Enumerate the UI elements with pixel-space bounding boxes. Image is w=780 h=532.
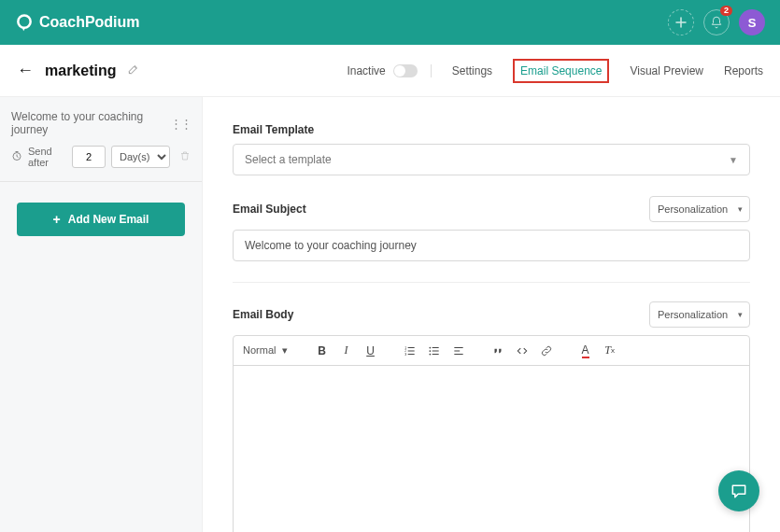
- add-new-email-button[interactable]: + Add New Email: [17, 203, 185, 236]
- format-select[interactable]: Normal ▾: [243, 344, 293, 357]
- plus-icon: +: [53, 212, 61, 227]
- email-item-header: Welcome to your coaching journey ⋮⋮: [11, 110, 191, 136]
- tab-settings[interactable]: Settings: [452, 64, 492, 77]
- email-template-label: Email Template: [233, 123, 750, 136]
- send-after-input[interactable]: [72, 146, 106, 168]
- link-button[interactable]: [536, 341, 557, 361]
- email-subject-section: Email Subject Personalization: [233, 196, 750, 261]
- email-sequence-item[interactable]: Welcome to your coaching journey ⋮⋮ Send…: [0, 110, 202, 182]
- notification-badge: 2: [720, 6, 732, 16]
- help-fab[interactable]: [718, 470, 759, 511]
- tab-reports[interactable]: Reports: [724, 64, 763, 77]
- email-subject-input[interactable]: [233, 230, 750, 261]
- unordered-list-button[interactable]: [424, 341, 445, 361]
- trash-icon: [179, 150, 191, 161]
- clear-format-button[interactable]: Tx: [600, 341, 620, 361]
- clock-icon: [11, 150, 22, 163]
- email-body-section: Email Body Personalization Normal ▾ B I …: [233, 301, 750, 532]
- rich-text-editor: Normal ▾ B I U 123 A Tx: [233, 335, 750, 532]
- svg-point-5: [429, 346, 431, 348]
- subject-header-row: Email Subject Personalization: [233, 196, 750, 222]
- unordered-list-icon: [428, 344, 441, 357]
- email-subject-label: Email Subject: [233, 203, 306, 216]
- text-color-button[interactable]: A: [575, 341, 596, 361]
- notifications-button[interactable]: 2: [703, 9, 730, 35]
- email-body-label: Email Body: [233, 308, 293, 321]
- quote-button[interactable]: [488, 341, 508, 361]
- plus-icon: [675, 17, 687, 28]
- align-icon: [452, 344, 465, 357]
- svg-point-7: [429, 353, 431, 355]
- body-personalization-select[interactable]: Personalization: [649, 301, 750, 328]
- code-icon: [516, 344, 529, 357]
- align-button[interactable]: [448, 341, 469, 361]
- italic-button[interactable]: I: [336, 341, 357, 361]
- brand-name: CoachPodium: [39, 14, 140, 31]
- status-toggle-group: Inactive: [347, 64, 431, 77]
- tab-email-sequence[interactable]: Email Sequence: [513, 59, 609, 83]
- quote-icon: [491, 344, 504, 357]
- send-after-unit-select[interactable]: Day(s): [111, 146, 170, 168]
- status-label: Inactive: [347, 64, 385, 77]
- subject-personalization-wrap: Personalization: [649, 196, 750, 222]
- avatar[interactable]: S: [739, 9, 765, 35]
- content-area: Email Template Select a template ▼ Email…: [203, 97, 780, 532]
- code-button[interactable]: [512, 341, 532, 361]
- link-icon: [540, 344, 553, 357]
- ordered-list-icon: 123: [404, 344, 417, 357]
- add-button[interactable]: [668, 9, 694, 35]
- chat-icon: [730, 482, 748, 500]
- editor-body[interactable]: [234, 366, 749, 532]
- avatar-initial: S: [748, 16, 757, 30]
- pencil-icon: [127, 63, 140, 76]
- top-bar: CoachPodium 2 S: [0, 0, 780, 45]
- editor-toolbar: Normal ▾ B I U 123 A Tx: [234, 336, 749, 366]
- body-personalization-wrap: Personalization: [649, 301, 750, 328]
- bell-icon: [710, 16, 723, 29]
- subject-personalization-select[interactable]: Personalization: [649, 196, 750, 222]
- bold-button[interactable]: B: [312, 341, 333, 361]
- template-placeholder: Select a template: [245, 153, 332, 166]
- sub-header-right: Inactive Settings Email Sequence Visual …: [347, 59, 763, 83]
- edit-title-button[interactable]: [127, 63, 140, 79]
- top-actions: 2 S: [668, 9, 765, 35]
- section-divider: [233, 282, 750, 283]
- brand[interactable]: CoachPodium: [15, 13, 140, 32]
- back-arrow-icon[interactable]: ←: [17, 61, 34, 80]
- sub-header-left: ← marketing: [17, 61, 140, 80]
- send-after-row: Send after Day(s): [11, 146, 191, 168]
- sidebar: Welcome to your coaching journey ⋮⋮ Send…: [0, 97, 203, 532]
- delete-email-button[interactable]: [179, 150, 191, 163]
- send-after-label: Send after: [28, 146, 66, 168]
- svg-point-6: [429, 350, 431, 352]
- add-email-label: Add New Email: [68, 213, 149, 226]
- svg-point-0: [18, 16, 30, 28]
- body-header-row: Email Body Personalization: [233, 301, 750, 328]
- email-template-section: Email Template Select a template ▼: [233, 123, 750, 175]
- page-title: marketing: [45, 63, 116, 79]
- drag-handle-icon[interactable]: ⋮⋮: [170, 117, 191, 131]
- chevron-down-icon: ▼: [729, 155, 738, 165]
- sub-header: ← marketing Inactive Settings Email Sequ…: [0, 45, 780, 97]
- svg-text:3: 3: [404, 352, 406, 356]
- underline-button[interactable]: U: [361, 341, 381, 361]
- brand-logo-icon: [15, 13, 34, 32]
- tab-visual-preview[interactable]: Visual Preview: [630, 64, 702, 77]
- email-item-title: Welcome to your coaching journey: [11, 110, 170, 136]
- ordered-list-button[interactable]: 123: [400, 341, 420, 361]
- email-template-select[interactable]: Select a template ▼: [233, 144, 750, 175]
- main-layout: Welcome to your coaching journey ⋮⋮ Send…: [0, 97, 780, 532]
- status-toggle[interactable]: [393, 64, 418, 77]
